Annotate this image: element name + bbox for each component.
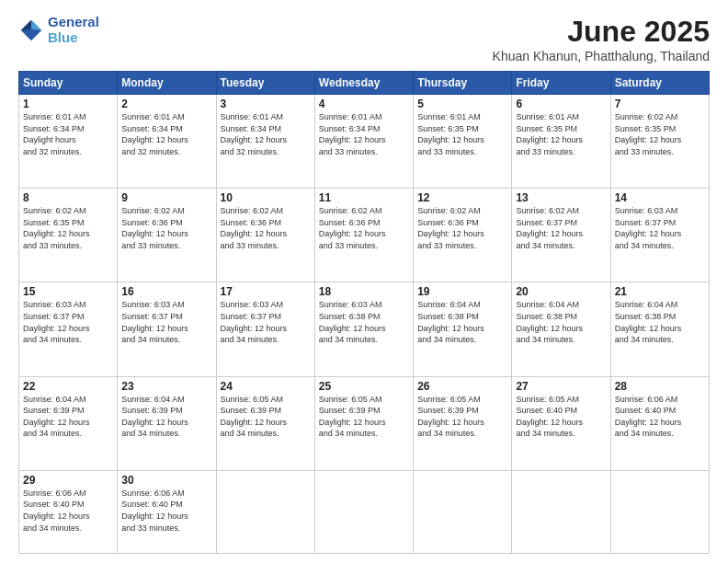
table-cell-empty <box>414 470 512 553</box>
table-cell: 26 Sunrise: 6:05 AMSunset: 6:39 PMDaylig… <box>414 376 512 470</box>
table-cell: 1 Sunrise: 6:01 AMSunset: 6:34 PMDayligh… <box>19 95 118 189</box>
day-number: 12 <box>417 191 507 204</box>
table-cell: 28 Sunrise: 6:06 AMSunset: 6:40 PMDaylig… <box>610 376 709 470</box>
day-number: 18 <box>319 285 409 298</box>
day-info: Sunrise: 6:01 AMSunset: 6:35 PMDaylight:… <box>417 111 507 157</box>
day-info: Sunrise: 6:02 AMSunset: 6:35 PMDaylight:… <box>615 111 705 157</box>
table-cell: 14 Sunrise: 6:03 AMSunset: 6:37 PMDaylig… <box>610 189 709 282</box>
day-info: Sunrise: 6:01 AMSunset: 6:34 PMDaylight … <box>23 111 113 157</box>
day-number: 30 <box>121 474 211 487</box>
week-row: 1 Sunrise: 6:01 AMSunset: 6:34 PMDayligh… <box>19 95 710 189</box>
day-number: 1 <box>23 98 113 110</box>
day-number: 29 <box>23 474 113 487</box>
day-number: 17 <box>221 285 311 298</box>
table-cell-empty <box>216 470 314 553</box>
day-info: Sunrise: 6:03 AMSunset: 6:37 PMDaylight:… <box>23 299 113 345</box>
table-cell: 21 Sunrise: 6:04 AMSunset: 6:38 PMDaylig… <box>610 282 709 376</box>
calendar-header-row: Sunday Monday Tuesday Wednesday Thursday… <box>19 72 710 95</box>
week-row: 15 Sunrise: 6:03 AMSunset: 6:37 PMDaylig… <box>19 282 710 376</box>
day-info: Sunrise: 6:04 AMSunset: 6:39 PMDaylight:… <box>23 394 113 440</box>
location: Khuan Khanun, Phatthalung, Thailand <box>493 49 710 63</box>
day-info: Sunrise: 6:06 AMSunset: 6:40 PMDaylight:… <box>23 488 113 534</box>
table-cell: 27 Sunrise: 6:05 AMSunset: 6:40 PMDaylig… <box>512 376 610 470</box>
day-number: 2 <box>121 98 211 110</box>
col-thursday: Thursday <box>414 72 512 95</box>
day-info: Sunrise: 6:02 AMSunset: 6:36 PMDaylight:… <box>121 205 211 251</box>
table-cell: 20 Sunrise: 6:04 AMSunset: 6:38 PMDaylig… <box>512 282 610 376</box>
col-wednesday: Wednesday <box>314 72 413 95</box>
table-cell: 25 Sunrise: 6:05 AMSunset: 6:39 PMDaylig… <box>314 376 413 470</box>
day-info: Sunrise: 6:06 AMSunset: 6:40 PMDaylight:… <box>615 394 705 440</box>
day-number: 24 <box>221 380 311 393</box>
day-info: Sunrise: 6:04 AMSunset: 6:38 PMDaylight:… <box>615 299 705 345</box>
day-info: Sunrise: 6:01 AMSunset: 6:34 PMDaylight:… <box>221 111 311 157</box>
day-number: 20 <box>516 285 606 298</box>
day-number: 6 <box>516 98 606 110</box>
col-saturday: Saturday <box>610 72 709 95</box>
day-number: 14 <box>615 191 705 204</box>
table-cell: 17 Sunrise: 6:03 AMSunset: 6:37 PMDaylig… <box>216 282 314 376</box>
day-info: Sunrise: 6:05 AMSunset: 6:39 PMDaylight:… <box>319 394 409 440</box>
header: General Blue June 2025 Khuan Khanun, Pha… <box>18 15 710 63</box>
logo-icon <box>18 17 44 43</box>
col-sunday: Sunday <box>19 72 118 95</box>
svg-marker-1 <box>31 19 41 29</box>
table-cell: 29 Sunrise: 6:06 AMSunset: 6:40 PMDaylig… <box>19 470 118 553</box>
table-cell: 4 Sunrise: 6:01 AMSunset: 6:34 PMDayligh… <box>314 95 413 189</box>
day-info: Sunrise: 6:02 AMSunset: 6:35 PMDaylight:… <box>23 205 113 251</box>
table-cell: 12 Sunrise: 6:02 AMSunset: 6:36 PMDaylig… <box>414 189 512 282</box>
table-cell: 11 Sunrise: 6:02 AMSunset: 6:36 PMDaylig… <box>314 189 413 282</box>
col-friday: Friday <box>512 72 610 95</box>
week-row: 29 Sunrise: 6:06 AMSunset: 6:40 PMDaylig… <box>19 470 710 553</box>
day-info: Sunrise: 6:01 AMSunset: 6:35 PMDaylight:… <box>516 111 606 157</box>
table-cell: 7 Sunrise: 6:02 AMSunset: 6:35 PMDayligh… <box>610 95 709 189</box>
table-cell: 10 Sunrise: 6:02 AMSunset: 6:36 PMDaylig… <box>216 189 314 282</box>
day-info: Sunrise: 6:06 AMSunset: 6:40 PMDaylight:… <box>121 488 211 534</box>
table-cell: 5 Sunrise: 6:01 AMSunset: 6:35 PMDayligh… <box>414 95 512 189</box>
day-info: Sunrise: 6:02 AMSunset: 6:37 PMDaylight:… <box>516 205 606 251</box>
table-cell: 13 Sunrise: 6:02 AMSunset: 6:37 PMDaylig… <box>512 189 610 282</box>
table-cell: 24 Sunrise: 6:05 AMSunset: 6:39 PMDaylig… <box>216 376 314 470</box>
day-number: 16 <box>121 285 211 298</box>
day-number: 22 <box>23 380 113 393</box>
day-number: 4 <box>319 98 409 110</box>
logo-text: General Blue <box>48 15 99 45</box>
day-info: Sunrise: 6:04 AMSunset: 6:38 PMDaylight:… <box>417 299 507 345</box>
day-number: 3 <box>221 98 311 110</box>
table-cell: 9 Sunrise: 6:02 AMSunset: 6:36 PMDayligh… <box>118 189 216 282</box>
table-cell: 30 Sunrise: 6:06 AMSunset: 6:40 PMDaylig… <box>118 470 216 553</box>
day-info: Sunrise: 6:02 AMSunset: 6:36 PMDaylight:… <box>221 205 311 251</box>
day-number: 19 <box>417 285 507 298</box>
table-cell: 3 Sunrise: 6:01 AMSunset: 6:34 PMDayligh… <box>216 95 314 189</box>
table-cell: 16 Sunrise: 6:03 AMSunset: 6:37 PMDaylig… <box>118 282 216 376</box>
day-info: Sunrise: 6:03 AMSunset: 6:38 PMDaylight:… <box>319 299 409 345</box>
day-number: 25 <box>319 380 409 393</box>
day-info: Sunrise: 6:03 AMSunset: 6:37 PMDaylight:… <box>221 299 311 345</box>
day-number: 21 <box>615 285 705 298</box>
day-info: Sunrise: 6:05 AMSunset: 6:39 PMDaylight:… <box>221 394 311 440</box>
table-cell-empty <box>512 470 610 553</box>
table-cell: 8 Sunrise: 6:02 AMSunset: 6:35 PMDayligh… <box>19 189 118 282</box>
week-row: 22 Sunrise: 6:04 AMSunset: 6:39 PMDaylig… <box>19 376 710 470</box>
day-info: Sunrise: 6:03 AMSunset: 6:37 PMDaylight:… <box>121 299 211 345</box>
day-number: 7 <box>615 98 705 110</box>
table-cell: 22 Sunrise: 6:04 AMSunset: 6:39 PMDaylig… <box>19 376 118 470</box>
day-number: 26 <box>417 380 507 393</box>
day-info: Sunrise: 6:01 AMSunset: 6:34 PMDaylight:… <box>121 111 211 157</box>
day-number: 23 <box>121 380 211 393</box>
col-tuesday: Tuesday <box>216 72 314 95</box>
day-info: Sunrise: 6:05 AMSunset: 6:40 PMDaylight:… <box>516 394 606 440</box>
day-number: 5 <box>417 98 507 110</box>
day-number: 28 <box>615 380 705 393</box>
logo: General Blue <box>18 15 99 45</box>
page: General Blue June 2025 Khuan Khanun, Pha… <box>0 0 728 563</box>
table-cell: 18 Sunrise: 6:03 AMSunset: 6:38 PMDaylig… <box>314 282 413 376</box>
day-info: Sunrise: 6:02 AMSunset: 6:36 PMDaylight:… <box>417 205 507 251</box>
table-cell-empty <box>610 470 709 553</box>
day-number: 27 <box>516 380 606 393</box>
calendar: Sunday Monday Tuesday Wednesday Thursday… <box>18 71 710 554</box>
day-number: 11 <box>319 191 409 204</box>
day-info: Sunrise: 6:02 AMSunset: 6:36 PMDaylight:… <box>319 205 409 251</box>
day-info: Sunrise: 6:05 AMSunset: 6:39 PMDaylight:… <box>417 394 507 440</box>
day-info: Sunrise: 6:04 AMSunset: 6:38 PMDaylight:… <box>516 299 606 345</box>
